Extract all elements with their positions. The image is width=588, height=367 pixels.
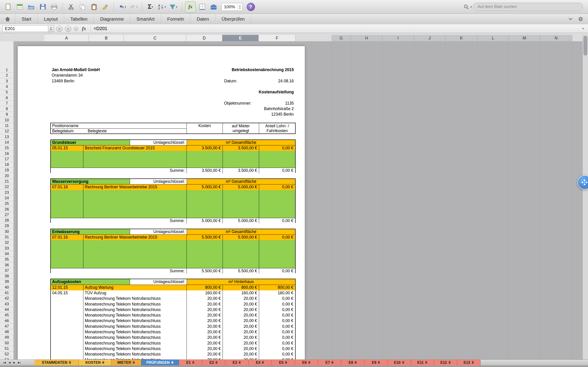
cell-empty[interactable] [51,251,83,257]
row-header-7[interactable]: 7 [0,100,14,106]
section-title[interactable]: Grundsteuer [51,140,130,145]
cell-belegdatum[interactable] [51,307,83,313]
zoom-down-icon[interactable]: ▼ [239,7,241,9]
undo-menu-caret[interactable]: ▾ [124,5,126,8]
column-header-J[interactable]: J [414,35,446,41]
zoom-stepper[interactable]: ▲ ▼ [237,4,242,10]
cell-summe-kosten[interactable]: 5.000,00 € [187,218,223,223]
cell-empty[interactable] [51,212,83,218]
column-header-I[interactable]: I [382,35,414,41]
sheet-tab-e4[interactable]: E4 [249,360,272,365]
table-header[interactable]: Positionsname Belegdatum Belegtexte Kost… [50,123,296,134]
cell-empty[interactable] [259,246,295,251]
cell-empty[interactable] [83,162,187,168]
cell-anteil[interactable]: 0,00 € [259,184,295,190]
cell-kosten[interactable]: 20,00 € [187,296,223,301]
cell-kosten[interactable]: 20,00 € [187,307,223,313]
row-header-35[interactable]: 35 [0,257,14,262]
cell-belegtext[interactable]: Rechnung Berliner Wasserbetriebe 2015 [83,184,187,190]
cell-umgelegt[interactable]: 5.000,00 € [223,184,259,190]
cell-empty[interactable] [187,262,223,268]
cell-summe-umgelegt[interactable]: 3.500,00 € [223,168,259,173]
row-header-52[interactable]: 52 [0,351,14,357]
cell-belegdatum[interactable] [51,313,83,318]
sort-menu-caret[interactable]: ▾ [164,5,166,8]
cell-kosten[interactable]: 160,00 € [187,290,223,296]
paste-button[interactable] [89,2,99,12]
cell-belegdatum[interactable] [51,329,83,335]
cell-empty[interactable] [223,196,259,201]
stepper-down-icon[interactable]: ▼ [50,29,52,31]
sheet-tab-e9[interactable]: E9 [364,360,388,365]
zoom-control[interactable]: 100% ▲ ▼ [221,3,242,11]
cell-belegtext[interactable]: Monatsrechnung Telekom Notrufanschluss [83,307,187,313]
autosum-button[interactable]: Σ ▾ [145,2,156,12]
cancel-entry-button[interactable]: × [56,25,63,32]
cell-kosten[interactable]: 20,00 € [187,335,223,340]
cell-empty[interactable] [187,157,223,162]
cell-empty[interactable] [259,196,295,201]
cell-empty[interactable] [51,196,83,201]
umlage-label[interactable]: Umlageschlüssel: [130,229,187,234]
cell-kosten[interactable]: 20,00 € [187,313,223,318]
cell-kosten[interactable]: 800,00 € [187,285,223,290]
column-header-K[interactable]: K [446,35,477,41]
zoom-up-icon[interactable]: ▲ [239,4,241,7]
cell-empty[interactable] [259,162,295,168]
autosum-menu-caret[interactable]: ▾ [152,5,153,8]
copy-button[interactable] [78,2,87,12]
cell-belegtext[interactable]: Monatsrechnung Telekom Notrufanschluss [83,318,187,324]
ribbon-tab-start[interactable]: Start [15,14,38,24]
cell-empty[interactable] [83,212,187,218]
save-button[interactable] [38,2,48,12]
cell-kosten[interactable]: 20,00 € [187,341,223,346]
cell-umgelegt[interactable]: 20,00 € [223,329,259,335]
umlage-label[interactable]: Umlageschlüssel: [130,279,187,284]
column-header-H[interactable]: H [351,35,382,41]
cell-anteil[interactable]: 0,00 € [259,307,295,313]
cell-kosten[interactable]: 20,00 € [187,352,223,357]
cell-subtitle[interactable]: Kostenaufstellung [259,89,294,95]
row-header-29[interactable]: 29 [0,223,14,229]
umlage-key[interactable]: m² Hinterhaus [187,279,295,284]
umlage-key[interactable]: m² Gesamtfläche [187,179,295,184]
cell-belegdatum[interactable]: 05.01.15 [51,145,83,151]
sheet-tab-kosten[interactable]: KOSTEN [79,360,111,365]
header-belegtexte[interactable]: Belegtexte [88,129,107,133]
cell-umgelegt[interactable]: 20,00 € [223,302,259,307]
row-header-42[interactable]: 42 [0,295,14,301]
ribbon-tab-layout[interactable]: Layout [38,14,64,24]
cell-empty[interactable] [259,240,295,246]
summe-label[interactable]: Summe: [51,168,187,173]
cell-empty[interactable] [223,201,259,207]
cell-empty[interactable] [51,162,83,168]
cell-belegdatum[interactable] [51,296,83,301]
column-header-C[interactable]: C [124,35,186,41]
next-sheet-button[interactable]: ▶ [12,361,16,364]
column-header-D[interactable]: D [186,35,222,41]
row-header-18[interactable]: 18 [0,162,14,167]
cell-empty[interactable] [83,240,187,246]
cell-umgelegt[interactable]: 20,00 € [223,346,259,352]
row-header-20[interactable]: 20 [0,173,14,179]
row-header-48[interactable]: 48 [0,329,14,335]
cell-belegtext[interactable]: Monatsrechnung Telekom Notrufanschluss [83,329,187,335]
cell-company-city[interactable]: 13469 Berlin [52,78,74,84]
ribbon-tab-daten[interactable]: Daten [190,14,215,24]
cell-belegdatum[interactable]: 07.01.16 [51,184,83,190]
name-box[interactable]: E201 [2,25,48,32]
summe-label[interactable]: Summe: [51,268,187,274]
cell-empty[interactable] [51,246,83,251]
row-header-21[interactable]: 21 [0,178,14,184]
cell-kosten[interactable]: 20,00 € [187,318,223,324]
row-header-50[interactable]: 50 [0,340,14,346]
new-workbook-button[interactable] [3,2,13,12]
formula-options-button[interactable]: • [74,26,78,31]
row-header-49[interactable]: 49 [0,334,14,340]
cell-empty[interactable] [83,251,187,257]
cell-empty[interactable] [83,151,187,156]
cell-belegtext[interactable]: Monatsrechnung Telekom Notrufanschluss [83,357,187,359]
cell-empty[interactable] [51,201,83,207]
umlage-key[interactable]: m² Gesamtfläche [187,140,295,145]
cell-umgelegt[interactable]: 20,00 € [223,313,259,318]
